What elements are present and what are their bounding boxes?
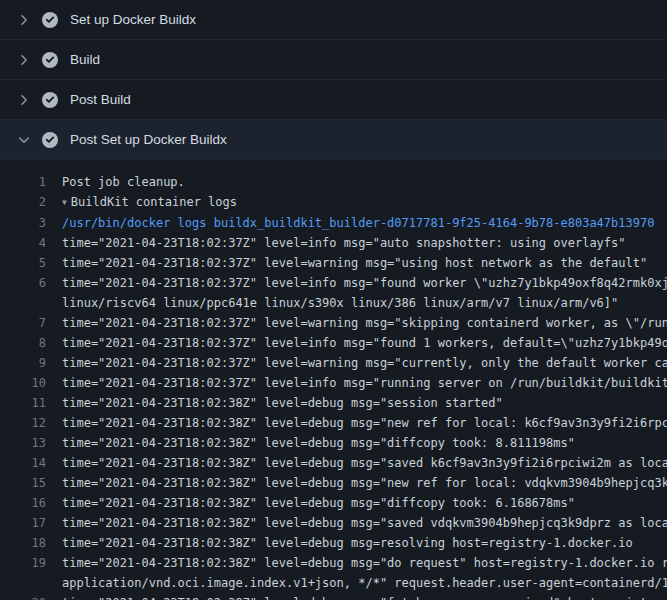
check-circle-icon <box>42 132 58 148</box>
step-title: Post Set up Docker Buildx <box>70 132 227 147</box>
line-number[interactable]: 16 <box>0 493 46 513</box>
line-text: linux/riscv64 linux/ppc641e linux/s390x … <box>62 293 667 313</box>
line-number[interactable]: 9 <box>0 353 46 373</box>
log-line: 6 time="2021-04-23T18:02:37Z" level=info… <box>0 273 667 293</box>
step-title: Post Build <box>70 92 131 107</box>
log-line: 7 time="2021-04-23T18:02:37Z" level=warn… <box>0 313 667 333</box>
log-line: 18 time="2021-04-23T18:02:38Z" level=deb… <box>0 533 667 553</box>
line-number[interactable]: 19 <box>0 553 46 573</box>
log-line: 3 /usr/bin/docker logs buildx_buildkit_b… <box>0 213 667 233</box>
line-text: time="2021-04-23T18:02:38Z" level=debug … <box>62 473 667 493</box>
log-line: 4 time="2021-04-23T18:02:37Z" level=info… <box>0 233 667 253</box>
group-toggle-icon[interactable]: ▼ <box>62 193 67 213</box>
step-header-build[interactable]: Build <box>0 40 667 80</box>
line-text: time="2021-04-23T18:02:37Z" level=info m… <box>62 373 667 393</box>
line-number[interactable]: 20 <box>0 593 46 600</box>
line-text: time="2021-04-23T18:02:37Z" level=warnin… <box>62 253 667 273</box>
line-text: ▼BuildKit container logs <box>62 192 667 213</box>
line-number[interactable]: 3 <box>0 213 46 233</box>
line-number[interactable]: 14 <box>0 453 46 473</box>
line-text: time="2021-04-23T18:02:38Z" level=debug … <box>62 393 667 413</box>
log-line: 12 time="2021-04-23T18:02:38Z" level=deb… <box>0 413 667 433</box>
step-title: Build <box>70 52 100 67</box>
line-number[interactable]: 17 <box>0 513 46 533</box>
chevron-icon <box>16 92 32 108</box>
line-text: /usr/bin/docker logs buildx_buildkit_bui… <box>62 213 667 233</box>
step-header-set-up-docker-buildx[interactable]: Set up Docker Buildx <box>0 0 667 40</box>
line-number[interactable] <box>0 573 46 593</box>
step-header-post-set-up-docker-buildx[interactable]: Post Set up Docker Buildx <box>0 120 667 160</box>
line-number[interactable]: 6 <box>0 273 46 293</box>
chevron-icon <box>16 52 32 68</box>
line-number[interactable]: 7 <box>0 313 46 333</box>
chevron-icon <box>16 132 32 148</box>
line-number[interactable]: 18 <box>0 533 46 553</box>
log-line: 13 time="2021-04-23T18:02:38Z" level=deb… <box>0 433 667 453</box>
line-text: time="2021-04-23T18:02:38Z" level=debug … <box>62 413 667 433</box>
line-text: time="2021-04-23T18:02:37Z" level=info m… <box>62 233 667 253</box>
log-line: 19 time="2021-04-23T18:02:38Z" level=deb… <box>0 553 667 573</box>
line-text: time="2021-04-23T18:02:38Z" level=debug … <box>62 553 667 573</box>
log-line: 20 time="2021-04-23T18:02:38Z" level=deb… <box>0 593 667 600</box>
line-text: time="2021-04-23T18:02:38Z" level=debug … <box>62 513 667 533</box>
log-line: application/vnd.oci.image.index.v1+json,… <box>0 573 667 593</box>
log-line: 16 time="2021-04-23T18:02:38Z" level=deb… <box>0 493 667 513</box>
line-number[interactable]: 11 <box>0 393 46 413</box>
line-number[interactable] <box>0 293 46 313</box>
log-lines: 1 Post job cleanup. 2 ▼BuildKit containe… <box>0 160 667 600</box>
log-line: 1 Post job cleanup. <box>0 172 667 192</box>
line-number[interactable]: 12 <box>0 413 46 433</box>
log-line: 11 time="2021-04-23T18:02:38Z" level=deb… <box>0 393 667 413</box>
log-line: 8 time="2021-04-23T18:02:37Z" level=info… <box>0 333 667 353</box>
chevron-icon <box>16 12 32 28</box>
log-line: 9 time="2021-04-23T18:02:37Z" level=warn… <box>0 353 667 373</box>
line-text: time="2021-04-23T18:02:38Z" level=debug … <box>62 433 667 453</box>
line-text: time="2021-04-23T18:02:37Z" level=info m… <box>62 273 667 293</box>
actions-log-viewer: Set up Docker Buildx Build P <box>0 0 667 600</box>
line-text: time="2021-04-23T18:02:38Z" level=debug … <box>62 593 667 600</box>
check-circle-icon <box>42 52 58 68</box>
log-line: 14 time="2021-04-23T18:02:38Z" level=deb… <box>0 453 667 473</box>
job-steps-list: Set up Docker Buildx Build P <box>0 0 667 160</box>
line-text: time="2021-04-23T18:02:37Z" level=warnin… <box>62 353 667 373</box>
line-number[interactable]: 15 <box>0 473 46 493</box>
step-header-post-build[interactable]: Post Build <box>0 80 667 120</box>
step-title: Set up Docker Buildx <box>70 12 196 27</box>
line-number[interactable]: 8 <box>0 333 46 353</box>
check-circle-icon <box>42 12 58 28</box>
log-line: 10 time="2021-04-23T18:02:37Z" level=inf… <box>0 373 667 393</box>
log-line: 2 ▼BuildKit container logs <box>0 192 667 213</box>
log-line: 17 time="2021-04-23T18:02:38Z" level=deb… <box>0 513 667 533</box>
line-text: time="2021-04-23T18:02:37Z" level=warnin… <box>62 313 667 333</box>
line-number[interactable]: 2 <box>0 192 46 213</box>
line-text: time="2021-04-23T18:02:38Z" level=debug … <box>62 493 667 513</box>
log-line: linux/riscv64 linux/ppc641e linux/s390x … <box>0 293 667 313</box>
log-line: 5 time="2021-04-23T18:02:37Z" level=warn… <box>0 253 667 273</box>
check-circle-icon <box>42 92 58 108</box>
line-number[interactable]: 13 <box>0 433 46 453</box>
line-text: time="2021-04-23T18:02:38Z" level=debug … <box>62 453 667 473</box>
line-text: Post job cleanup. <box>62 172 667 192</box>
line-text: time="2021-04-23T18:02:37Z" level=info m… <box>62 333 667 353</box>
line-text: application/vnd.oci.image.index.v1+json,… <box>62 573 667 593</box>
line-text: time="2021-04-23T18:02:38Z" level=debug … <box>62 533 667 553</box>
line-number[interactable]: 10 <box>0 373 46 393</box>
line-number[interactable]: 5 <box>0 253 46 273</box>
line-number[interactable]: 4 <box>0 233 46 253</box>
line-number[interactable]: 1 <box>0 172 46 192</box>
log-line: 15 time="2021-04-23T18:02:38Z" level=deb… <box>0 473 667 493</box>
